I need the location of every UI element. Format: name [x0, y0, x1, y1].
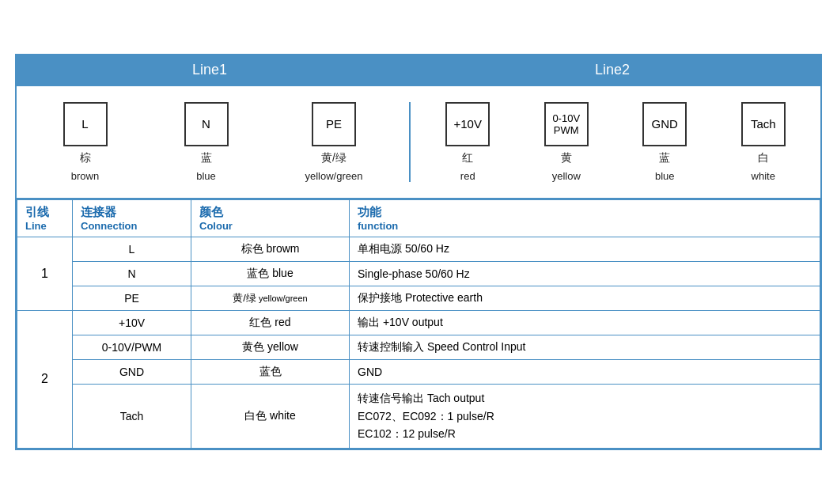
conn-Tach2: Tach	[73, 385, 191, 448]
main-container: Line1 Line2 L 棕 brown N 蓝 blue PE 黄/绿 ye…	[15, 54, 822, 449]
connector-item-Tach: Tach 白 white	[741, 102, 786, 182]
colour-L: 棕色 browm	[191, 237, 350, 262]
connector-box-PWM: 0-10VPWM	[544, 102, 589, 146]
connector-label-en-PE: yellow/green	[305, 170, 363, 182]
table-row: GND 蓝色 GND	[17, 360, 820, 385]
th-function-cn: 功能	[358, 205, 812, 220]
colour-GND2: 蓝色	[191, 360, 350, 385]
colour-N: 蓝色 blue	[191, 262, 350, 286]
conn-GND2: GND	[73, 360, 191, 385]
th-function-en: function	[358, 220, 812, 232]
th-line-cn: 引线	[25, 205, 64, 220]
connector-box-Tach: Tach	[741, 102, 786, 146]
connector-box-GND: GND	[642, 102, 687, 146]
connector-label-en-L: brown	[71, 170, 99, 182]
colour-plus10V: 红色 red	[191, 311, 350, 335]
th-colour-en: Colour	[199, 220, 341, 232]
line1-connectors: L 棕 brown N 蓝 blue PE 黄/绿 yellow/green	[25, 102, 411, 182]
connector-label-en-GND: blue	[655, 170, 675, 182]
table-header-row: 引线 Line 连接器 Connection 颜色 Colour 功能 func…	[17, 200, 820, 237]
connector-item-PWM: 0-10VPWM 黄 yellow	[544, 102, 589, 182]
connector-box-10V: +10V	[445, 102, 490, 146]
connector-label-cn-N: 蓝	[201, 151, 212, 165]
connector-label-en-N: blue	[196, 170, 216, 182]
colour-Tach2: 白色 white	[191, 385, 350, 448]
function-Tach2: 转速信号输出 Tach output EC072、EC092：1 pulse/R…	[350, 385, 820, 448]
table-row: PE 黄/绿 yellow/green 保护接地 Protective eart…	[17, 286, 820, 311]
table-row: 1 L 棕色 browm 单相电源 50/60 Hz	[17, 237, 820, 262]
function-N: Single-phase 50/60 Hz	[350, 262, 820, 286]
function-0-10V-PWM: 转速控制输入 Speed Control Input	[350, 335, 820, 360]
th-connection: 连接器 Connection	[73, 200, 191, 237]
connector-box-L: L	[63, 102, 108, 146]
connector-label-cn-PE: 黄/绿	[321, 151, 347, 165]
connector-label-cn-GND: 蓝	[659, 151, 670, 165]
conn-plus10V: +10V	[73, 311, 191, 335]
connector-item-GND: GND 蓝 blue	[642, 102, 687, 182]
function-L: 单相电源 50/60 Hz	[350, 237, 820, 262]
th-colour: 颜色 Colour	[191, 200, 350, 237]
table-row: 0-10V/PWM 黄色 yellow 转速控制输入 Speed Control…	[17, 335, 820, 360]
connector-label-cn-Tach: 白	[758, 151, 769, 165]
th-colour-cn: 颜色	[199, 205, 341, 220]
th-connection-cn: 连接器	[81, 205, 183, 220]
diagram-row: L 棕 brown N 蓝 blue PE 黄/绿 yellow/green +…	[17, 86, 820, 199]
connector-item-L: L 棕 brown	[63, 102, 108, 182]
table-row: 2 +10V 红色 red 输出 +10V output	[17, 311, 820, 335]
connector-label-cn-10V: 红	[462, 151, 473, 165]
table-row: Tach 白色 white 转速信号输出 Tach output EC072、E…	[17, 385, 820, 448]
connector-label-cn-L: 棕	[80, 151, 91, 165]
conn-PE: PE	[73, 286, 191, 311]
th-function: 功能 function	[350, 200, 820, 237]
line-number-2: 2	[17, 311, 73, 448]
function-GND2: GND	[350, 360, 820, 385]
th-line: 引线 Line	[17, 200, 73, 237]
connector-item-10V: +10V 红 red	[445, 102, 490, 182]
connector-item-N: N 蓝 blue	[184, 102, 229, 182]
line2-connectors: +10V 红 red 0-10VPWM 黄 yellow GND 蓝 blue …	[411, 102, 812, 182]
connector-label-cn-PWM: 黄	[561, 151, 572, 165]
header-line1: Line1	[17, 55, 404, 85]
header-row: Line1 Line2	[17, 55, 820, 86]
connector-label-en-10V: red	[460, 170, 475, 182]
function-plus10V: 输出 +10V output	[350, 311, 820, 335]
header-line2: Line2	[404, 55, 820, 85]
connector-box-PE: PE	[312, 102, 356, 146]
data-table: 引线 Line 连接器 Connection 颜色 Colour 功能 func…	[17, 199, 820, 448]
conn-N: N	[73, 262, 191, 286]
colour-PE: 黄/绿 yellow/green	[191, 286, 350, 311]
colour-0-10V-PWM: 黄色 yellow	[191, 335, 350, 360]
connector-label-en-PWM: yellow	[552, 170, 581, 182]
conn-L: L	[73, 237, 191, 262]
th-line-en: Line	[25, 220, 64, 232]
connector-box-N: N	[184, 102, 229, 146]
th-connection-en: Connection	[81, 220, 183, 232]
table-row: N 蓝色 blue Single-phase 50/60 Hz	[17, 262, 820, 286]
function-PE: 保护接地 Protective earth	[350, 286, 820, 311]
connector-label-en-Tach: white	[752, 170, 775, 182]
line-number-1: 1	[17, 237, 73, 311]
connector-item-PE: PE 黄/绿 yellow/green	[305, 102, 363, 182]
conn-0-10V-PWM: 0-10V/PWM	[73, 335, 191, 360]
